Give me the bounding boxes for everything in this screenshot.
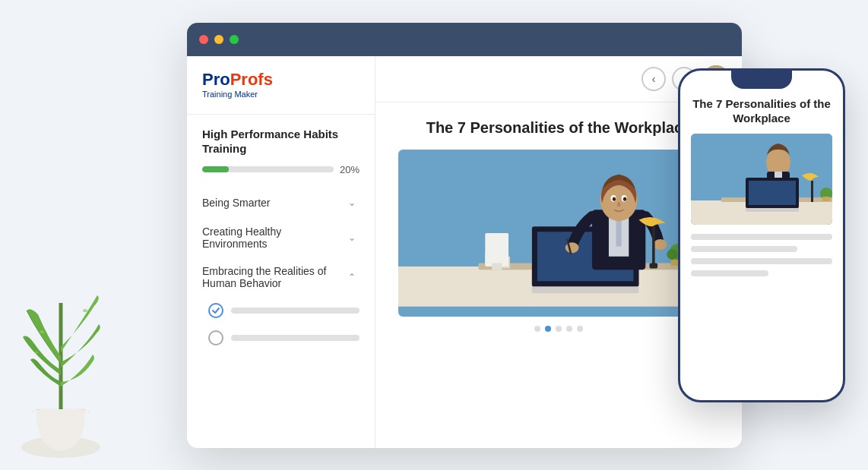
proprofs-logo: ProProfs Training Maker (202, 71, 360, 99)
maximize-dot[interactable] (230, 35, 239, 44)
prev-button[interactable]: ‹ (641, 67, 666, 91)
browser-titlebar (187, 23, 742, 56)
minimize-dot[interactable] (214, 35, 223, 44)
plant-decoration (0, 151, 122, 470)
logo-subtitle: Training Maker (202, 90, 360, 99)
phone-notch (731, 71, 792, 89)
sub-item-completed[interactable] (187, 297, 375, 324)
svg-rect-24 (650, 263, 658, 268)
svg-point-1 (40, 330, 44, 333)
course-sidebar: ProProfs Training Maker High Performance… (187, 56, 375, 448)
browser-window: ProProfs Training Maker High Performance… (187, 23, 742, 448)
progress-bar-fill (202, 166, 229, 172)
lesson-title: The 7 Personalities of the Workplace (398, 118, 719, 137)
svg-rect-46 (822, 197, 830, 201)
dot-2[interactable] (545, 326, 551, 332)
dot-3[interactable] (556, 326, 562, 332)
logo-profs: Profs (230, 70, 273, 89)
phone-content: The 7 Personalities of the Workplace (680, 89, 843, 284)
phone-placeholder-lines (691, 234, 832, 276)
lesson-image (398, 150, 719, 317)
check-circle-completed (208, 303, 223, 318)
chevron-down-icon: ⌄ (344, 195, 360, 210)
svg-rect-44 (811, 181, 813, 202)
placeholder-line (691, 270, 768, 276)
svg-point-3 (35, 352, 38, 354)
sidebar-item-label: Creating Healthy Environments (202, 226, 344, 250)
svg-point-18 (613, 197, 616, 200)
sub-item-incomplete[interactable] (187, 324, 375, 352)
dot-1[interactable] (534, 326, 540, 332)
phone-lesson-title: The 7 Personalities of the Workplace (691, 96, 832, 126)
svg-rect-43 (749, 181, 796, 205)
logo-area: ProProfs Training Maker (187, 71, 375, 115)
empty-circle (208, 330, 223, 345)
progress-percentage: 20% (340, 164, 360, 175)
svg-point-21 (654, 238, 667, 249)
svg-point-19 (623, 197, 626, 200)
svg-rect-34 (492, 263, 502, 270)
sub-item-line (231, 308, 360, 314)
sidebar-item-being-smarter[interactable]: Being Smarter ⌄ (187, 188, 375, 218)
sub-item-line (231, 335, 360, 341)
sidebar-item-healthy-environments[interactable]: Creating Healthy Environments ⌄ (187, 218, 375, 257)
dot-5[interactable] (577, 326, 583, 332)
close-dot[interactable] (199, 35, 208, 44)
progress-bar-background (202, 166, 334, 172)
placeholder-line (691, 246, 797, 252)
logo-text: ProProfs (202, 71, 360, 88)
svg-point-31 (667, 249, 677, 260)
sidebar-item-label: Embracing the Realities of Human Behavio… (202, 265, 344, 289)
sidebar-item-label: Being Smarter (202, 197, 344, 209)
svg-point-2 (83, 309, 87, 312)
placeholder-line (691, 234, 832, 240)
svg-rect-23 (652, 226, 655, 267)
sidebar-bottom (187, 352, 375, 391)
dot-4[interactable] (566, 326, 572, 332)
phone-mockup: The 7 Personalities of the Workplace (678, 68, 845, 402)
phone-lesson-image (691, 134, 832, 225)
placeholder-line (691, 258, 832, 264)
svg-rect-33 (485, 233, 508, 267)
sidebar-item-human-behavior[interactable]: Embracing the Realities of Human Behavio… (187, 257, 375, 297)
content-dots (398, 326, 719, 332)
chevron-up-icon: ⌃ (344, 270, 360, 285)
logo-pro: Pro (202, 70, 230, 89)
progress-area: 20% (187, 164, 375, 175)
training-title: High Performance Habits Training (187, 127, 375, 156)
chevron-down-icon: ⌄ (344, 230, 360, 245)
